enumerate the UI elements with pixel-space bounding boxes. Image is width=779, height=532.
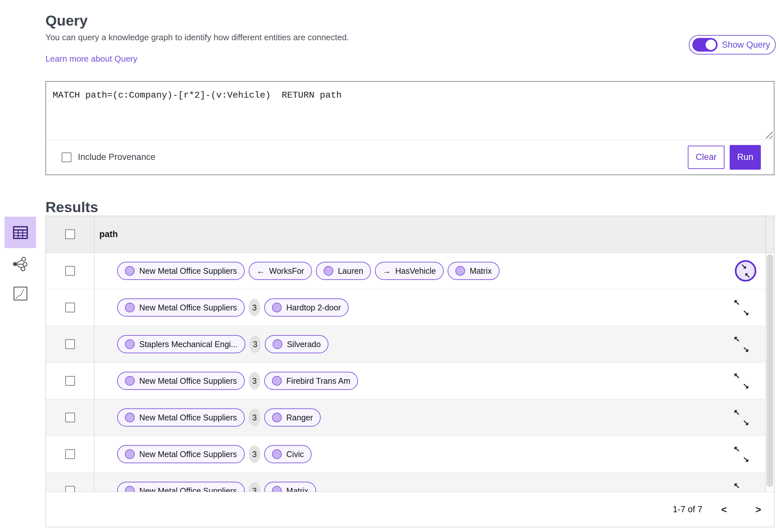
show-query-label: Show Query bbox=[722, 40, 770, 50]
node-pill[interactable]: Lauren bbox=[316, 262, 371, 280]
view-switch-graph[interactable] bbox=[12, 256, 28, 272]
table-row: Staplers Mechanical Engi... 3 Silverado … bbox=[46, 326, 774, 363]
node-icon bbox=[456, 266, 465, 276]
expand-path-button[interactable]: ↖ ↘ bbox=[733, 410, 749, 425]
query-editor-panel: MATCH path=(c:Company)-[r*2]-(v:Vehicle)… bbox=[46, 81, 774, 175]
query-editor-textarea[interactable]: MATCH path=(c:Company)-[r*2]-(v:Vehicle)… bbox=[46, 82, 774, 140]
node-pill[interactable]: Hardtop 2-door bbox=[264, 298, 349, 317]
view-switch-table-selected[interactable] bbox=[5, 217, 36, 248]
row-checkbox[interactable] bbox=[65, 303, 75, 312]
hidden-count-badge: 3 bbox=[249, 335, 261, 353]
hidden-count-badge: 3 bbox=[249, 409, 260, 426]
page-title: Query bbox=[46, 12, 87, 29]
view-switch-chart[interactable] bbox=[13, 286, 28, 301]
node-icon bbox=[125, 339, 135, 349]
expand-path-button[interactable]: ↖ ↘ bbox=[733, 446, 749, 462]
expand-path-button[interactable]: ↖ ↘ bbox=[733, 336, 749, 352]
scrollbar-header-cap bbox=[766, 216, 774, 253]
table-footer: 1-7 of 7 < > bbox=[46, 492, 774, 527]
toggle-switch-on[interactable] bbox=[692, 38, 718, 52]
column-header-path: path bbox=[95, 229, 118, 240]
include-provenance-label: Include Provenance bbox=[78, 152, 156, 162]
learn-more-link[interactable]: Learn more about Query bbox=[46, 54, 137, 64]
node-icon bbox=[273, 339, 282, 349]
row-checkbox[interactable] bbox=[65, 449, 75, 459]
arrow-left-icon: ← bbox=[256, 266, 265, 276]
node-pill[interactable]: Silverado bbox=[265, 335, 328, 353]
query-description: You can query a knowledge graph to ident… bbox=[46, 32, 349, 43]
node-icon bbox=[125, 449, 135, 459]
node-icon bbox=[125, 266, 135, 276]
collapse-path-button[interactable]: ↘ ↖ bbox=[735, 260, 756, 281]
include-provenance-checkbox[interactable] bbox=[62, 152, 71, 162]
expand-icon: ↘ bbox=[743, 345, 749, 354]
results-table: path New Metal Office Suppliers ←WorksFo… bbox=[46, 216, 774, 527]
pagination-prev-button[interactable]: < bbox=[721, 504, 727, 515]
expand-icon: ↖ bbox=[733, 298, 740, 307]
expand-icon: ↖ bbox=[733, 334, 740, 343]
node-pill[interactable]: Ranger bbox=[264, 408, 321, 426]
graph-view-icon bbox=[12, 257, 28, 271]
clear-button[interactable]: Clear bbox=[688, 146, 724, 169]
table-header-row: path bbox=[46, 216, 774, 253]
expand-path-button[interactable]: ↖ ↘ bbox=[733, 373, 749, 389]
run-button[interactable]: Run bbox=[730, 145, 761, 170]
hidden-count-badge: 3 bbox=[249, 372, 260, 390]
expand-path-button[interactable]: ↖ ↘ bbox=[733, 300, 749, 315]
node-icon bbox=[125, 303, 135, 312]
expand-icon: ↖ bbox=[733, 481, 740, 490]
chart-view-icon bbox=[13, 286, 27, 301]
edge-pill[interactable]: ←WorksFor bbox=[249, 262, 312, 280]
row-checkbox[interactable] bbox=[65, 339, 75, 349]
node-icon bbox=[272, 376, 282, 386]
table-row: New Metal Office Suppliers 3 Firebird Tr… bbox=[46, 363, 774, 399]
hidden-count-badge: 3 bbox=[249, 445, 260, 463]
table-scrollbar[interactable] bbox=[765, 216, 774, 492]
collapse-icon: ↘ bbox=[741, 262, 746, 271]
expand-icon: ↘ bbox=[743, 455, 749, 464]
node-icon bbox=[125, 413, 135, 422]
hidden-count-badge: 3 bbox=[249, 299, 260, 316]
table-row: New Metal Office Suppliers 3 Ranger ↖ ↘ bbox=[46, 399, 774, 436]
node-icon bbox=[272, 303, 282, 312]
table-row: New Metal Office Suppliers 3 Civic ↖ ↘ bbox=[46, 436, 774, 473]
collapse-icon: ↖ bbox=[744, 271, 751, 280]
expand-icon: ↘ bbox=[743, 308, 749, 317]
node-pill[interactable]: New Metal Office Suppliers bbox=[117, 445, 245, 463]
table-view-icon bbox=[13, 226, 28, 239]
query-editor-footer: Include Provenance Clear Run bbox=[46, 140, 774, 175]
node-pill[interactable]: Staplers Mechanical Engi... bbox=[117, 335, 245, 353]
node-pill[interactable]: Firebird Trans Am bbox=[264, 372, 358, 390]
scrollbar-thumb[interactable] bbox=[767, 254, 773, 487]
select-all-checkbox[interactable] bbox=[65, 229, 75, 239]
results-title: Results bbox=[46, 199, 98, 216]
show-query-toggle[interactable]: Show Query bbox=[689, 35, 776, 55]
row-checkbox[interactable] bbox=[65, 413, 75, 422]
expand-icon: ↘ bbox=[743, 418, 749, 427]
table-row: New Metal Office Suppliers 3 Hardtop 2-d… bbox=[46, 289, 774, 326]
row-checkbox[interactable] bbox=[65, 266, 75, 276]
arrow-right-icon: → bbox=[383, 266, 391, 276]
node-icon bbox=[272, 413, 282, 422]
table-row: New Metal Office Suppliers ←WorksFor Lau… bbox=[46, 253, 774, 289]
node-pill[interactable]: New Metal Office Suppliers bbox=[117, 408, 245, 426]
node-pill[interactable]: New Metal Office Suppliers bbox=[117, 262, 245, 280]
row-checkbox[interactable] bbox=[65, 376, 75, 386]
node-pill[interactable]: Civic bbox=[264, 445, 312, 463]
expand-icon: ↖ bbox=[733, 408, 740, 417]
edge-pill[interactable]: →HasVehicle bbox=[375, 262, 444, 280]
node-pill[interactable]: Matrix bbox=[447, 262, 499, 280]
expand-icon: ↘ bbox=[743, 382, 749, 391]
node-icon bbox=[272, 449, 282, 459]
node-pill[interactable]: New Metal Office Suppliers bbox=[117, 298, 245, 317]
toggle-knob bbox=[706, 40, 716, 50]
node-icon bbox=[323, 266, 333, 276]
pagination-range: 1-7 of 7 bbox=[672, 505, 702, 515]
node-pill[interactable]: New Metal Office Suppliers bbox=[117, 372, 245, 390]
expand-icon: ↖ bbox=[733, 445, 740, 454]
pagination-next-button[interactable]: > bbox=[755, 504, 761, 515]
expand-icon: ↖ bbox=[733, 371, 740, 380]
node-icon bbox=[125, 376, 135, 386]
